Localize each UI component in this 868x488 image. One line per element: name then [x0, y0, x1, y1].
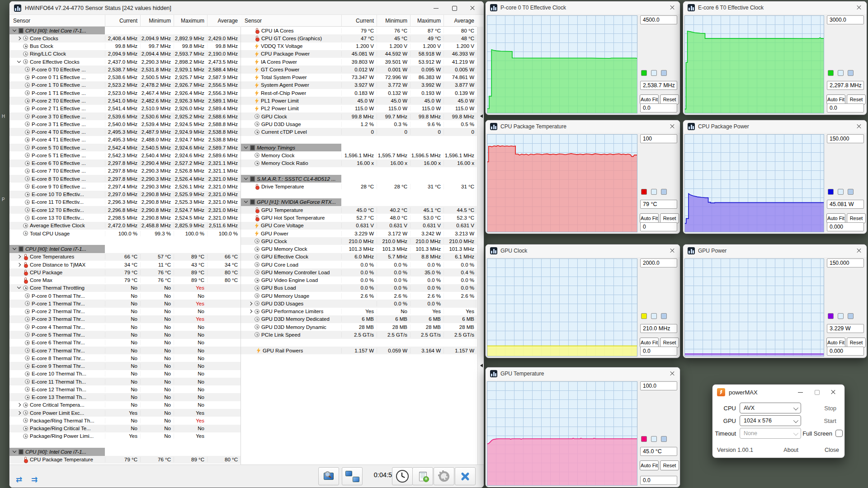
sensor-row[interactable]: CPU IA Cores79 °C76 °C87 °C80 °C: [241, 27, 477, 34]
sensor-row[interactable]: P-core 3 T1 Effective ...2,540.0 MHz2,53…: [9, 120, 241, 128]
sensor-row[interactable]: IA Cores Power39.803 W39.501 W53.912 W41…: [241, 58, 477, 66]
sensor-row[interactable]: E-core 13 Thermal Th...NoNoNo: [9, 393, 241, 401]
sensor-row[interactable]: Core Clocks2,408.4 MHz2,094.9 MHz2,892.9…: [9, 34, 241, 42]
sensor-row[interactable]: GPU Performance LimitersYesNoYesYes: [241, 308, 477, 315]
sensor-row[interactable]: E-core 9 T0 Effective ...2,297.4 MHz2,29…: [9, 183, 241, 190]
y-max-field[interactable]: 3000.0: [827, 15, 864, 24]
auto-fit-button[interactable]: Auto Fit: [826, 94, 845, 104]
sensor-row[interactable]: P-core 0 T1 Effective ...2,538.6 MHz2,50…: [9, 74, 241, 81]
background-color-swatch[interactable]: [651, 436, 657, 442]
sensor-row[interactable]: CPU Package Temperature79 °C76 °C89 °C80…: [9, 456, 241, 464]
series-color-swatch[interactable]: [641, 313, 647, 319]
sensor-row[interactable]: Core Distance to TjMAX34 °C11 °C43 °C34 …: [9, 261, 241, 268]
sensor-row[interactable]: PL2 Power Limit115.0 W115.0 W115.0 W115.…: [241, 105, 477, 113]
y-max-field[interactable]: 150.000: [827, 134, 864, 143]
col-maximum[interactable]: Maximum: [410, 15, 443, 26]
sensor-row[interactable]: E-core 11 Thermal Th...NoNoNo: [9, 378, 241, 385]
graph-title-bar[interactable]: E-core 6 T0 Effective Clock: [683, 1, 867, 14]
splitter-arrow-icon[interactable]: [480, 114, 483, 118]
move-column-button[interactable]: ⇉: [28, 474, 41, 485]
sensor-row[interactable]: GPU D3D Usage1.2 %0.3 %9.6 %0.5 %: [241, 120, 477, 128]
sensor-row[interactable]: GPU Hot Spot Temperature52.7 °C48.0 °C53…: [241, 214, 477, 221]
background-color-swatch[interactable]: [651, 313, 657, 319]
sensor-row[interactable]: GPU Effective Clock6.0 MHz5.7 MHz8.8 MHz…: [241, 253, 477, 261]
sensor-row[interactable]: P-core 2 T0 Effective ...2,541.0 MHz2,48…: [9, 97, 241, 104]
sensor-group-row[interactable]: S.M.A.R.T.: SSSTC CL4-8D512 ...: [241, 175, 477, 183]
sensor-row[interactable]: GPU Core Load0.0 %0.0 %0.0 %0.0 %: [241, 261, 477, 268]
sensor-row[interactable]: Memory Clock Ratio16.00 x16.00 x16.00 x1…: [241, 160, 477, 167]
graph-title-bar[interactable]: CPU Package Temperature: [486, 120, 680, 133]
sensor-row[interactable]: GPU Power3.229 W3.172 W3.242 W3.213 W: [241, 230, 477, 237]
sensor-row[interactable]: E-core 10 T0 Effectiv...2,297.0 MHz2,290…: [9, 191, 241, 198]
sensor-row[interactable]: Total System Power73.347 W72.996 W86.383…: [241, 74, 477, 81]
y-min-field[interactable]: 0.0: [827, 103, 864, 113]
sensor-row[interactable]: GPU Memory Usage2.6 %2.6 %2.6 %2.6 %: [241, 292, 477, 300]
sensor-row[interactable]: P-core 4 T1 Effective ...2,495.3 MHz2,48…: [9, 136, 241, 144]
y-min-field[interactable]: 0.0: [640, 476, 677, 485]
column-header-right[interactable]: Sensor Current Minimum Maximum Average: [241, 15, 477, 27]
col-minimum[interactable]: Minimum: [140, 15, 174, 26]
sensor-row[interactable]: E-core 10 Thermal Th...NoNoNo: [9, 370, 241, 378]
graph-title-bar[interactable]: CPU Package Power: [683, 120, 867, 133]
sensor-row[interactable]: P-core 3 Thermal Thr...NoNoYes: [9, 315, 241, 323]
powermax-close-button[interactable]: Close: [825, 447, 839, 453]
sensor-row[interactable]: E-core 11 T0 Effectiv...2,296.3 MHz2,290…: [9, 198, 241, 206]
sensor-row[interactable]: GT Cores Power0.012 W0.001 W0.095 W0.005…: [241, 66, 477, 73]
chevron-right-icon[interactable]: [17, 36, 21, 41]
sensor-row[interactable]: Ring/LLC Clock2,094.9 MHz2,094.4 MHz2,59…: [9, 50, 241, 58]
reset-button[interactable]: Reset: [847, 338, 866, 347]
col-sensor[interactable]: Sensor: [241, 15, 341, 26]
sensor-group-row[interactable]: GPU [#1]: NVIDIA GeForce RTX...: [241, 198, 477, 206]
y-max-field[interactable]: 150.000: [827, 258, 864, 267]
minimize-icon[interactable]: [797, 389, 804, 395]
sensor-row[interactable]: P-core 5 T0 Effective ...2,542.4 MHz2,54…: [9, 144, 241, 151]
chevron-right-icon[interactable]: [17, 411, 21, 415]
background-color-swatch[interactable]: [838, 70, 844, 76]
close-icon[interactable]: [669, 5, 675, 11]
graph-title-bar[interactable]: GPU Power: [683, 244, 867, 257]
stop-button[interactable]: Stop: [824, 405, 836, 412]
chevron-right-icon[interactable]: [17, 263, 21, 267]
series-color-swatch[interactable]: [828, 313, 834, 319]
swap-columns-button[interactable]: ⇄: [12, 474, 26, 485]
background-color-swatch[interactable]: [838, 313, 844, 319]
grid-color-swatch[interactable]: [661, 436, 667, 442]
sensor-row[interactable]: E-core 13 T0 Effectiv...2,298.5 MHz2,290…: [9, 214, 241, 221]
close-icon[interactable]: [830, 389, 836, 395]
sensor-row[interactable]: System Agent Power3.927 W3.772 W3.992 W3…: [241, 81, 477, 89]
splitter-arrow-icon[interactable]: [480, 364, 483, 367]
sensor-row[interactable]: GPU D3D Memory Dynamic28 MB28 MB28 MB28 …: [241, 323, 477, 331]
y-min-field[interactable]: 0.0: [640, 347, 677, 356]
sensor-row[interactable]: Core Effective Clocks2,437.0 MHz2,290.3 …: [9, 58, 241, 66]
col-current[interactable]: Current: [105, 15, 140, 26]
sensor-row[interactable]: P-core 5 Thermal Thr...NoNoNo: [9, 331, 241, 338]
sensor-row[interactable]: E-core 6 T0 Effective ...2,297.8 MHz2,29…: [9, 160, 241, 167]
sensor-row[interactable]: Memory Clock1,596.1 MHz1,595.7 MHz1,596.…: [241, 151, 477, 159]
sensor-row[interactable]: P-core 4 Thermal Thr...NoNoNo: [9, 323, 241, 331]
gpu-resolution-select[interactable]: 1024 x 576: [740, 415, 801, 426]
col-minimum[interactable]: Minimum: [377, 15, 410, 26]
sensor-row[interactable]: GPU D3D Memory Dedicated6 MB6 MB6 MB6 MB: [241, 315, 477, 323]
powermax-title-bar[interactable]: powerMAX: [712, 385, 844, 400]
minimize-icon[interactable]: [433, 5, 439, 11]
close-icon[interactable]: [669, 248, 675, 254]
reset-button[interactable]: Reset: [660, 94, 679, 104]
y-min-field[interactable]: 0.0: [640, 103, 677, 113]
sensor-row[interactable]: Core Thermal ThrottlingNoNoYes: [9, 284, 241, 292]
y-max-field[interactable]: 100: [640, 134, 677, 143]
sensor-row[interactable]: E-core 8 T0 Effective ...2,297.8 MHz2,29…: [9, 175, 241, 183]
remote-monitoring-button[interactable]: [342, 467, 363, 485]
y-min-field[interactable]: 0.000: [827, 222, 864, 231]
sensor-row[interactable]: Package/Ring Power Limi...YesNoYes: [9, 432, 241, 440]
grid-color-swatch[interactable]: [848, 313, 854, 319]
col-average[interactable]: Average: [443, 15, 477, 26]
close-icon[interactable]: [469, 5, 476, 11]
sensor-row[interactable]: Core Max79 °C76 °C89 °C80 °C: [9, 277, 241, 284]
grid-color-swatch[interactable]: [848, 189, 854, 195]
sensor-row[interactable]: Core Power Limit Exc...YesNoYes: [9, 409, 241, 417]
sensor-row[interactable]: E-core 6 Thermal Thr...NoNoNo: [9, 339, 241, 347]
reset-button[interactable]: Reset: [660, 213, 679, 223]
col-sensor[interactable]: Sensor: [9, 15, 105, 26]
background-color-swatch[interactable]: [651, 189, 657, 195]
y-min-field[interactable]: 0.000: [827, 347, 864, 356]
